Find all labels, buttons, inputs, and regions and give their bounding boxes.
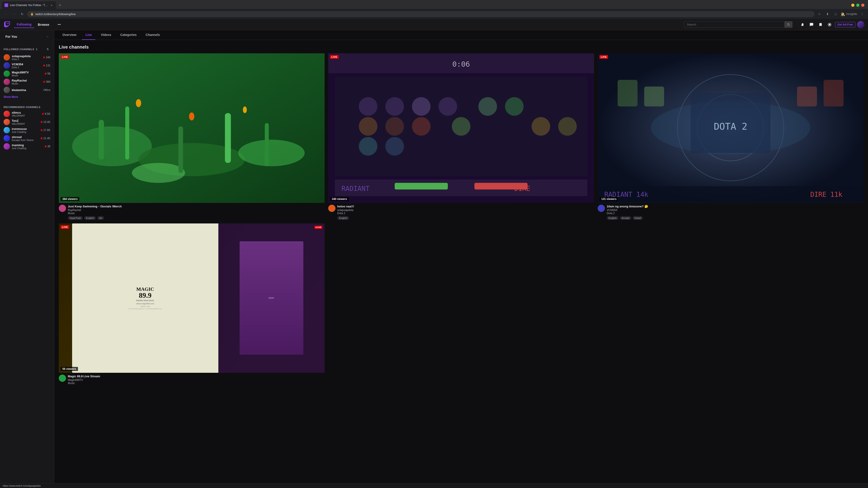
- recommended-channel-shroud[interactable]: shroud Escape from Tarkov 11.4K: [2, 134, 52, 142]
- stream-tag[interactable]: English: [337, 216, 349, 220]
- bookmark-button[interactable]: ☆: [816, 11, 823, 17]
- back-button[interactable]: ←: [3, 11, 9, 17]
- sidebar-channel-kkat[interactable]: kkatamina Offline: [2, 86, 52, 94]
- svg-rect-35: [474, 183, 528, 189]
- channel-name-solap: solapsapdota: [12, 55, 41, 58]
- forward-button[interactable]: →: [11, 11, 17, 17]
- reload-button[interactable]: ↻: [19, 11, 25, 17]
- close-tab-button[interactable]: ✕: [50, 3, 53, 7]
- sub-nav-categories[interactable]: Categories: [117, 30, 140, 40]
- collapse-sidebar-button[interactable]: ←: [45, 34, 51, 39]
- sub-nav-overview[interactable]: Overview: [59, 30, 80, 40]
- streamer-avatar-rayrachel-stream[interactable]: [59, 205, 66, 212]
- streamer-avatar-vcm-stream[interactable]: [598, 205, 605, 212]
- stream-card-magic-stream[interactable]: MAGIC 89.9 Manila's Best Music www.magic…: [59, 223, 324, 386]
- channel-avatar-magic: [4, 70, 10, 77]
- show-more-button[interactable]: Show More: [2, 94, 52, 100]
- points-button[interactable]: [826, 21, 833, 28]
- recommended-channel-s0mcs[interactable]: s0mcs VALORANT 8.5K: [2, 110, 52, 118]
- live-dot-vcm: [43, 65, 45, 66]
- rec-avatar-shroud: [4, 135, 10, 141]
- stream-card-vcm-stream[interactable]: DOTA 2 RADIANT 14k DIRE 11k LIVE 131 vie…: [598, 53, 864, 220]
- channel-avatar-rayrachel: [4, 78, 10, 85]
- sidebar-channel-rayrachel[interactable]: RayRachel Music 384: [2, 78, 52, 86]
- rec-game-s0mcs: VALORANT: [12, 114, 40, 117]
- sort-channels-button[interactable]: ⇅: [45, 46, 51, 52]
- chrome-menu-button[interactable]: ⋮: [859, 11, 865, 17]
- download-button[interactable]: ⬇: [825, 11, 831, 17]
- channel-info-kkat: kkatamina: [12, 88, 41, 92]
- stream-details-magic-stream: Magic 89.9 Live Stream Magic899TV Music: [68, 375, 324, 386]
- streamer-avatar-solap-stream[interactable]: [328, 205, 336, 212]
- stream-channel-vcm-stream[interactable]: VCM354: [607, 208, 864, 212]
- svg-text:RADIANT: RADIANT: [342, 185, 370, 193]
- sidebar-channel-vcm[interactable]: VCM354 Dota 2 131: [2, 61, 52, 70]
- stream-card-solap-stream[interactable]: 0:06: [328, 53, 594, 220]
- stream-info-vcm-stream: 10am ng anong timezone? 🤔 VCM354 Dota 2 …: [598, 205, 864, 220]
- stream-channel-solap-stream[interactable]: solapsapdota: [337, 208, 594, 212]
- twitch-logo[interactable]: [4, 21, 10, 28]
- svg-point-22: [385, 117, 404, 135]
- stream-tag[interactable]: English: [84, 216, 96, 220]
- channel-info-solap: solapsapdota Dota 2: [12, 55, 41, 61]
- stream-tags-vcm-stream: EnglishArcadeDota2: [607, 216, 864, 220]
- channel-game-magic: Music: [12, 74, 43, 77]
- stream-tag[interactable]: Arcade: [620, 216, 631, 220]
- url-input[interactable]: [35, 12, 811, 16]
- stream-tag[interactable]: English: [607, 216, 618, 220]
- stream-info-rayrachel-stream: Just Keep Swimming - !Socials !Merch Ray…: [59, 205, 324, 220]
- search-input[interactable]: [684, 21, 793, 28]
- stream-channel-magic-stream[interactable]: Magic899TV: [68, 379, 324, 382]
- browse-nav-link[interactable]: Browse: [35, 22, 52, 28]
- stream-game-rayrachel-stream[interactable]: Music: [68, 212, 324, 215]
- viewer-count-rayrachel-stream: 384 viewers: [61, 197, 79, 201]
- streamer-avatar-magic-stream[interactable]: [59, 375, 66, 382]
- minimize-button[interactable]: [851, 4, 855, 7]
- svg-point-24: [359, 137, 377, 156]
- stream-game-vcm-stream[interactable]: Dota 2: [607, 212, 864, 215]
- rec-avatar-inam: [4, 143, 10, 150]
- address-bar[interactable]: 🔒: [27, 11, 814, 17]
- sidebar-channel-magic[interactable]: Magic899TV Music 56: [2, 70, 52, 78]
- sub-nav-videos[interactable]: Videos: [97, 30, 115, 40]
- live-content: Live channels LIVE: [54, 40, 868, 391]
- recommended-channel-iron[interactable]: ironmouse Just Chatting 17.6K: [2, 126, 52, 134]
- stream-channel-rayrachel-stream[interactable]: RayRachel: [68, 208, 324, 212]
- stream-tag[interactable]: Art: [97, 216, 104, 220]
- user-avatar[interactable]: [857, 21, 864, 28]
- sidebar-channel-solap[interactable]: solapsapdota Dota 2 340: [2, 53, 52, 61]
- stream-game-solap-stream[interactable]: Dota 2: [337, 212, 594, 215]
- get-ad-free-button[interactable]: Get Ad-Free: [835, 22, 855, 27]
- new-tab-button[interactable]: +: [57, 2, 63, 8]
- svg-point-26: [452, 117, 470, 135]
- messages-button[interactable]: [808, 21, 815, 28]
- recommended-channel-inam[interactable]: inamiing Just Chatting 35: [2, 142, 52, 151]
- recommended-channel-tenz[interactable]: TenZ VALORANT 13.4K: [2, 118, 52, 126]
- maximize-button[interactable]: [856, 4, 860, 7]
- more-nav-button[interactable]: •••: [56, 21, 63, 28]
- followed-channels-header: FOLLOWED CHANNELS 1 ⇅: [2, 45, 52, 53]
- following-nav-link[interactable]: Following: [14, 21, 34, 28]
- sub-nav-channels[interactable]: Channels: [142, 30, 163, 40]
- extensions-button[interactable]: □: [833, 11, 839, 17]
- svg-point-11: [189, 112, 194, 121]
- sub-nav: OverviewLiveVideosCategoriesChannels: [54, 30, 868, 40]
- stream-thumbnail-vcm-stream: DOTA 2 RADIANT 14k DIRE 11k LIVE 131 vie…: [598, 53, 864, 203]
- collections-button[interactable]: [817, 21, 824, 28]
- rec-dot-s0mcs: [42, 113, 44, 115]
- active-tab[interactable]: Live Channels You Follow - Twi... ✕: [2, 1, 56, 9]
- stream-tag[interactable]: HypeTrain: [68, 216, 83, 220]
- stream-game-magic-stream[interactable]: Music: [68, 382, 324, 385]
- stream-title-vcm-stream: 10am ng anong timezone? 🤔: [607, 205, 864, 208]
- twitch-app: Following Browse ••• G: [0, 19, 868, 488]
- notifications-button[interactable]: [799, 21, 806, 28]
- svg-point-3: [238, 140, 305, 166]
- for-you-label[interactable]: For You: [4, 33, 19, 40]
- sub-nav-live[interactable]: Live: [82, 30, 95, 40]
- stream-tag[interactable]: Dota2: [633, 216, 643, 220]
- stream-card-rayrachel-stream[interactable]: LIVE 384 viewers Just Keep Swimming - !S…: [59, 53, 324, 220]
- stream-details-solap-stream: hetoo naa!!! solapsapdota Dota 2 English: [337, 205, 594, 220]
- svg-point-19: [412, 97, 430, 116]
- close-window-button[interactable]: [861, 4, 864, 7]
- search-submit-button[interactable]: [784, 21, 793, 28]
